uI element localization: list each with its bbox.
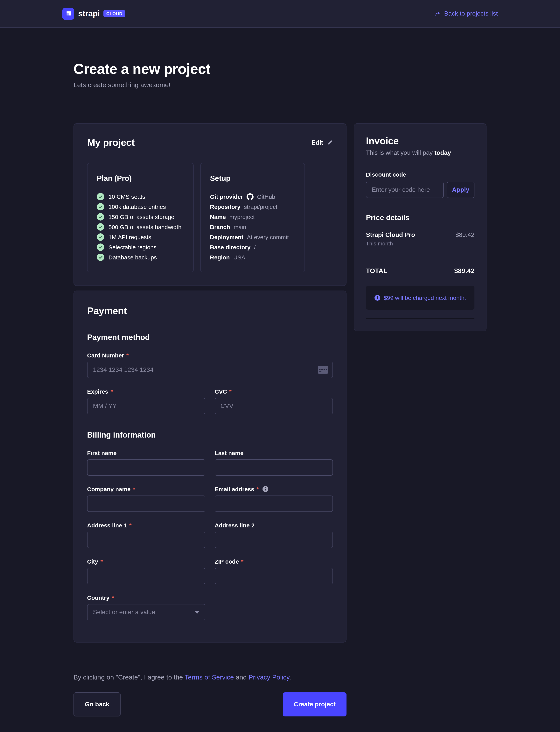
card-number-label-text: Card Number xyxy=(87,352,124,359)
plan-feature-label: 500 GB of assets bandwidth xyxy=(109,224,181,230)
strapi-brand: strapi CLOUD xyxy=(62,8,125,20)
my-project-card: My project Edit Plan (Pro) xyxy=(73,123,347,286)
next-month-charge-note: $99 will be charged next month. xyxy=(366,286,474,310)
price-item-amount: $89.42 xyxy=(455,231,474,238)
check-circle-icon xyxy=(97,254,104,261)
expires-label-text: Expires xyxy=(87,388,108,395)
price-item-name: Strapi Cloud Pro xyxy=(366,231,415,238)
expires-input[interactable] xyxy=(87,398,205,414)
invoice-bottom-divider xyxy=(366,318,474,319)
city-input[interactable] xyxy=(87,568,205,584)
check-circle-icon xyxy=(97,213,104,221)
setup-row: Name myproject xyxy=(210,213,295,221)
company-name-field: Company name* xyxy=(87,486,205,512)
email-input[interactable] xyxy=(215,496,333,512)
setup-label: Name xyxy=(210,214,226,220)
brand-name: strapi xyxy=(78,9,100,18)
privacy-policy-link[interactable]: Privacy Policy xyxy=(249,674,289,681)
zip-input[interactable] xyxy=(215,568,333,584)
invoice-title: Invoice xyxy=(366,135,474,147)
first-name-label: First name xyxy=(87,450,205,456)
total-row: TOTAL $89.42 xyxy=(366,267,474,275)
plan-feature: 150 GB of assets storage xyxy=(97,213,184,221)
email-field: Email address* xyxy=(215,486,333,512)
required-asterisk: * xyxy=(101,558,103,565)
country-field: Country* Select or enter a value xyxy=(87,594,205,620)
required-asterisk: * xyxy=(229,388,232,395)
address2-label: Address line 2 xyxy=(215,522,333,529)
price-line-item: Strapi Cloud Pro $89.42 xyxy=(366,231,474,238)
address1-input[interactable] xyxy=(87,532,205,548)
setup-value: strapi/project xyxy=(244,203,277,210)
check-circle-icon xyxy=(97,233,104,241)
price-details-title: Price details xyxy=(366,214,474,222)
check-circle-icon xyxy=(97,223,104,231)
first-name-field: First name xyxy=(87,450,205,476)
cvc-label-text: CVC xyxy=(215,388,227,395)
right-column: Invoice This is what you will pay today … xyxy=(354,123,487,331)
email-label: Email address* xyxy=(215,486,333,492)
total-label: TOTAL xyxy=(366,267,387,275)
chevron-down-icon xyxy=(195,611,199,614)
city-field: City* xyxy=(87,558,205,584)
country-label-text: Country xyxy=(87,594,109,601)
github-icon xyxy=(247,193,254,200)
last-name-input[interactable] xyxy=(215,459,333,476)
plan-title: Plan (Pro) xyxy=(97,174,184,183)
plan-feature-label: Selectable regions xyxy=(109,244,157,250)
info-icon xyxy=(262,486,268,492)
setup-value: myproject xyxy=(229,214,255,220)
setup-box: Setup Git provider GitHub Repository xyxy=(200,163,305,272)
discount-code-input[interactable] xyxy=(366,182,444,198)
back-to-projects-link[interactable]: Back to projects list xyxy=(435,10,498,17)
invoice-subtitle-emphasis: today xyxy=(434,149,451,156)
required-asterisk: * xyxy=(126,352,129,359)
create-project-button[interactable]: Create project xyxy=(283,692,347,716)
price-item-period: This month xyxy=(366,240,474,247)
country-select[interactable]: Select or enter a value xyxy=(87,604,205,620)
check-circle-icon xyxy=(97,193,104,200)
setup-label: Region xyxy=(210,254,230,261)
zip-label-text: ZIP code xyxy=(215,558,239,565)
card-number-input[interactable] xyxy=(87,362,333,378)
redo-arrow-icon xyxy=(435,11,441,17)
top-navigation-bar: strapi CLOUD Back to projects list xyxy=(0,0,560,28)
total-amount: $89.42 xyxy=(454,267,474,275)
credit-card-icon xyxy=(318,366,328,374)
terms-of-service-link[interactable]: Terms of Service xyxy=(185,674,234,681)
address2-field: Address line 2 xyxy=(215,522,333,548)
address1-label-text: Address line 1 xyxy=(87,522,127,529)
country-label: Country* xyxy=(87,594,205,601)
page-title: Create a new project xyxy=(73,61,487,77)
country-select-placeholder: Select or enter a value xyxy=(93,609,155,616)
setup-title: Setup xyxy=(210,174,295,183)
payment-card: Payment Payment method Card Number* xyxy=(73,291,347,643)
billing-information-title: Billing information xyxy=(87,431,333,440)
payment-method-title: Payment method xyxy=(87,333,333,342)
plan-feature-label: 10 CMS seats xyxy=(109,193,145,200)
agreement-middle: and xyxy=(234,674,249,681)
required-asterisk: * xyxy=(112,594,114,601)
cvc-input[interactable] xyxy=(215,398,333,414)
strapi-logo-icon xyxy=(62,8,74,20)
setup-label: Git provider xyxy=(210,193,243,200)
expires-field: Expires* xyxy=(87,388,205,414)
left-column: My project Edit Plan (Pro) xyxy=(73,123,347,732)
edit-label: Edit xyxy=(312,139,323,146)
edit-button[interactable]: Edit xyxy=(312,139,333,146)
first-name-input[interactable] xyxy=(87,459,205,476)
required-asterisk: * xyxy=(256,486,259,492)
check-circle-icon xyxy=(97,243,104,251)
setup-label: Repository xyxy=(210,203,241,210)
agreement-prefix: By clicking on "Create", I agree to the xyxy=(73,674,185,681)
address2-input[interactable] xyxy=(215,532,333,548)
go-back-button[interactable]: Go back xyxy=(73,692,121,716)
company-name-input[interactable] xyxy=(87,496,205,512)
company-name-label-text: Company name xyxy=(87,486,130,492)
apply-discount-button[interactable]: Apply xyxy=(447,182,474,198)
plan-feature-label: Database backups xyxy=(109,254,157,261)
agreement-text: By clicking on "Create", I agree to the … xyxy=(73,674,347,681)
invoice-card: Invoice This is what you will pay today … xyxy=(354,123,487,331)
pencil-icon xyxy=(327,140,333,145)
last-name-label: Last name xyxy=(215,450,333,456)
